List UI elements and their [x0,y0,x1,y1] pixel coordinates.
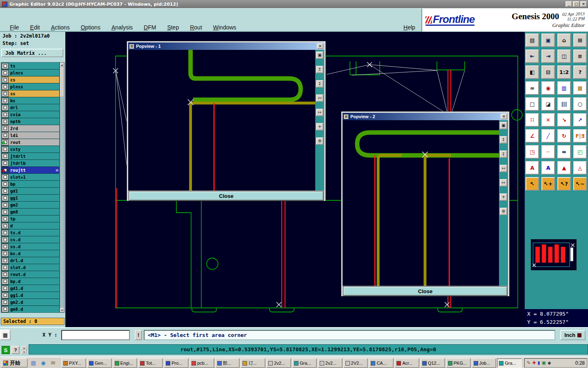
taskbar-task-button[interactable]: PKG... [446,358,471,368]
layer-checkbox[interactable] [2,77,9,83]
layer-checkbox[interactable] [2,188,9,194]
taskbar-task-button[interactable]: Q12... [420,358,445,368]
popview-2-close-button[interactable]: Close [343,287,507,296]
toolbar-button[interactable]: ↖+ [541,177,555,191]
taskbar-task-button[interactable]: CA... [369,358,394,368]
toolbar-button[interactable]: ◫ [557,49,571,63]
job-matrix-button[interactable]: Job Matrix ... [1,49,63,57]
toolbar-button[interactable]: 1:2 [557,65,571,79]
layer-row[interactable]: gm2 [1,202,59,209]
popview-tool-button[interactable]: ↥ [316,66,323,73]
taskbar-task-button[interactable]: Gra... [497,358,522,368]
taskbar-task-button[interactable]: 订... [241,358,265,368]
popview-tool-button[interactable]: ↦ [316,109,323,116]
toolbar-button[interactable]: ◰ [573,145,587,159]
taskbar-task-button[interactable]: 2v2... [318,358,343,368]
toolbar-button[interactable]: ▥ [557,81,571,95]
layer-row[interactable]: cvia [1,111,59,118]
quick-browser-icon[interactable]: ◉ [39,359,47,367]
popview-tool-button[interactable]: ↥ [500,136,507,144]
layer-checkbox[interactable] [2,202,9,208]
tray-antivirus-icon[interactable]: ✚ [532,361,536,365]
menu-item[interactable]: Rout [190,24,202,31]
layer-checkbox[interactable] [2,223,9,229]
menu-item[interactable]: Edit [30,24,40,31]
tray-display-icon[interactable]: ▣ [542,361,546,365]
menu-item[interactable]: Step [167,24,179,31]
toolbar-button[interactable]: ✕ [541,113,555,127]
layer-row[interactable]: bs [1,97,59,104]
taskbar-task-button[interactable]: Acr... [394,358,419,368]
maximize-button[interactable]: □ [573,1,579,7]
taskbar-task-button[interactable]: 2V2... [343,358,368,368]
layer-row[interactable]: cs.d [1,236,59,243]
layer-row[interactable]: tp [1,215,59,222]
layer-checkbox[interactable] [2,209,9,215]
toolbar-button[interactable]: ↖ [526,177,539,191]
layer-checkbox[interactable] [2,181,9,187]
layer-row[interactable]: gm2.d [1,299,59,306]
layer-checkbox[interactable] [2,91,9,97]
menu-item[interactable]: File [10,24,19,31]
toolbar-button[interactable]: ⌂ [557,34,571,47]
layer-checkbox[interactable] [2,70,9,76]
xy-input[interactable] [61,330,130,340]
layer-checkbox[interactable] [2,167,9,173]
toolbar-button[interactable]: ◬ [573,161,587,175]
scroll-thumb[interactable] [60,67,64,97]
popview-2-titlebar[interactable]: ⊠ Popview - 2 ✕ [343,113,508,120]
bottom-tool-button[interactable]: ▦ [0,330,11,340]
toolbar-button[interactable]: ⊞ [573,34,587,47]
taskbar-task-button[interactable]: Pro... [164,358,189,368]
toolbar-button[interactable]: ▣ [541,34,555,47]
layer-checkbox[interactable] [2,119,9,125]
popview-1-close-icon[interactable]: ✕ [317,43,323,49]
layer-checkbox[interactable] [2,195,9,201]
layer-row[interactable]: gd1 [1,188,59,195]
layer-checkbox[interactable] [2,244,9,250]
layer-checkbox[interactable] [2,258,9,264]
layer-checkbox[interactable] [2,84,9,90]
toolbar-button[interactable]: ≡ [573,49,587,63]
layer-row[interactable]: plncs [1,70,59,76]
toolbar-button[interactable]: ▤ [526,34,539,47]
layer-checkbox[interactable] [2,139,9,146]
layer-checkbox[interactable] [2,105,9,111]
layer-row[interactable]: gg1 [1,195,59,202]
toolbar-button[interactable]: ||| [557,97,571,111]
popview-2-canvas[interactable] [343,120,499,286]
layer-list-scrollbar[interactable]: ▲ ▼ [60,62,65,313]
toolbar-button[interactable]: ⇹ [557,145,571,159]
popview-tool-button[interactable]: + [500,193,507,201]
layer-checkbox[interactable] [2,299,9,305]
toolbar-button[interactable]: ◳ [526,145,539,159]
layer-row[interactable]: slot.d [1,264,59,271]
layer-row[interactable]: 2rd [1,125,59,132]
history-spinner[interactable]: ▲ ▼ [21,346,27,354]
layer-checkbox[interactable] [2,153,9,159]
units-button[interactable]: Inch [560,330,586,340]
command-line[interactable]: rout,#175,Line,XS=0.5393701,YS=5.8170825… [29,344,588,355]
layer-row[interactable]: d [1,222,59,229]
layer-row[interactable]: gm8.d [1,306,59,313]
ime-icon[interactable]: S [2,346,10,354]
layer-row[interactable]: bp.d [1,278,59,285]
menu-item[interactable]: DFM [144,24,156,31]
minimize-button[interactable]: _ [566,1,572,7]
layer-checkbox[interactable] [2,272,9,278]
taskbar-task-button[interactable]: 部... [215,358,240,368]
layer-checkbox[interactable] [2,126,9,132]
layer-row[interactable]: slot+1 [1,174,59,181]
layer-row[interactable]: ts.d [1,229,59,236]
toolbar-button[interactable]: ◪ [541,97,555,111]
scroll-down-icon[interactable]: ▼ [60,308,64,312]
toolbar-button[interactable]: ↖~ [573,177,587,191]
popview-1-canvas[interactable] [128,50,315,191]
toolbar-button[interactable]: A [526,161,539,175]
popview-1-close-button[interactable]: Close [129,191,323,200]
toolbar-button[interactable]: ▲ [557,161,571,175]
tray-volume-icon[interactable]: ◆ [548,361,551,365]
start-button[interactable]: 开始 [1,358,28,368]
layer-checkbox[interactable] [2,98,9,104]
tray-network-icon[interactable]: ▮ [537,361,540,365]
